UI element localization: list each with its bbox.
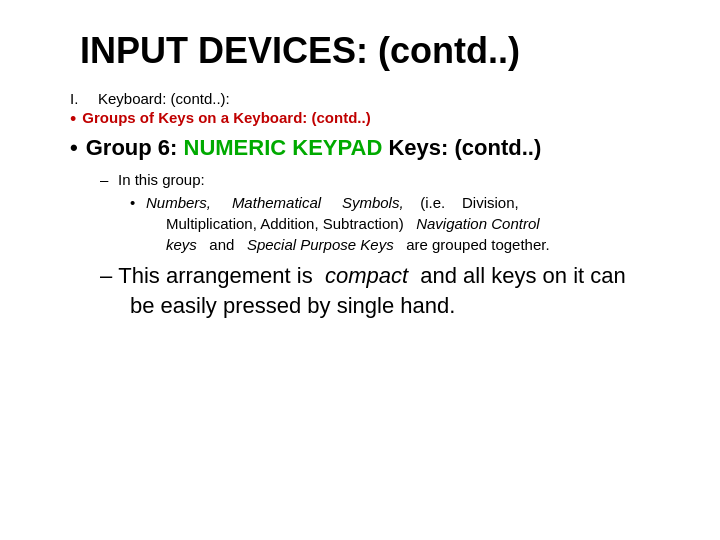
content-area: I. Keyboard: (contd..): • Groups of Keys…: [60, 90, 670, 319]
all-keys-text: and all keys on it can: [420, 263, 625, 288]
compact-text-content: This arrangement is compact and all keys…: [118, 263, 626, 289]
group6-line: • Group 6: NUMERIC KEYPAD Keys: (contd..…: [70, 135, 670, 161]
roman-label: I.: [70, 90, 90, 107]
division-text: Division,: [462, 194, 519, 211]
nav-control-text: Navigation Control: [416, 215, 539, 232]
top-bullet-groups: • Groups of Keys on a Keyboard: (contd..…: [70, 109, 670, 131]
groups-text: Groups of Keys on a Keyboard: (contd..): [82, 109, 370, 126]
group6-label: Group 6:: [86, 135, 178, 161]
multiplication-line: Multiplication, Addition, Subtraction) N…: [70, 215, 670, 232]
sub-bullet-numbers: • Numbers, Mathematical Symbols, (i.e. D…: [70, 194, 670, 211]
multiplication-text: Multiplication, Addition, Subtraction): [166, 215, 404, 232]
dash-symbol-2: –: [100, 263, 112, 289]
keys-italic: keys: [166, 236, 197, 253]
arrangement-text: This arrangement is: [118, 263, 312, 288]
in-this-group: – In this group:: [70, 171, 670, 188]
slide-title: INPUT DEVICES: (contd..): [60, 30, 670, 72]
roman-item: I. Keyboard: (contd..):: [70, 90, 670, 107]
hand-line: be easily pressed by single hand.: [70, 293, 670, 319]
sub-bullet-content: Numbers, Mathematical Symbols, (i.e. Div…: [146, 194, 519, 211]
and-text: and: [209, 236, 234, 253]
group6-bullet: •: [70, 135, 78, 161]
numeric-keypad-text: NUMERIC KEYPAD: [184, 135, 383, 161]
compact-line: – This arrangement is compact and all ke…: [70, 263, 670, 289]
bullet-dot-1: •: [70, 109, 76, 131]
special-purpose-text: Special Purpose Keys: [247, 236, 394, 253]
ie-text: (i.e.: [420, 194, 445, 211]
slide: INPUT DEVICES: (contd..) I. Keyboard: (c…: [0, 0, 720, 540]
numbers-text: Numbers,: [146, 194, 211, 211]
keys-label: Keys: (contd..): [388, 135, 541, 161]
mathematical-text: Mathematical: [232, 194, 321, 211]
roman-text: Keyboard: (contd..):: [98, 90, 230, 107]
compact-italic: compact: [325, 263, 408, 288]
sub-bullet-dot-1: •: [130, 194, 140, 211]
grouped-text: are grouped together.: [406, 236, 549, 253]
keys-line: keys and Special Purpose Keys are groupe…: [70, 236, 670, 253]
in-this-group-text: In this group:: [118, 171, 205, 188]
dash-symbol-1: –: [100, 171, 112, 188]
symbols-text: Symbols,: [342, 194, 404, 211]
